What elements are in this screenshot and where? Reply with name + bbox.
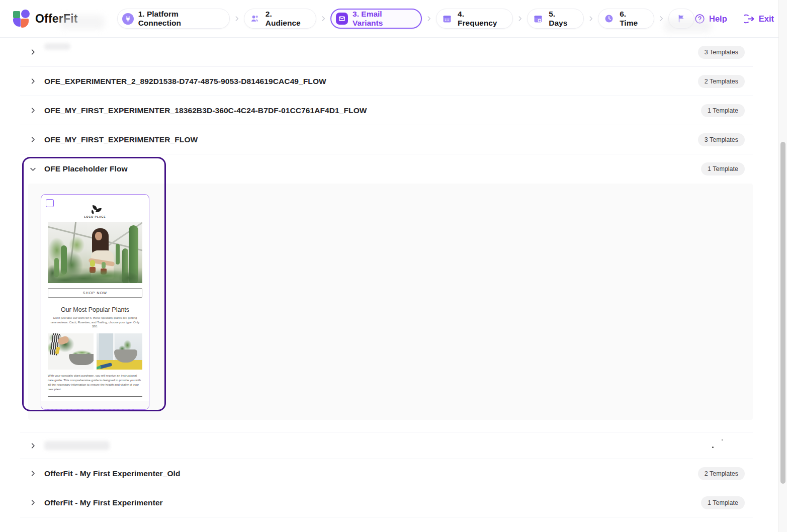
help-label: Help	[709, 14, 727, 24]
chevron-right-icon	[29, 77, 37, 85]
redacted-badge-remnant	[712, 447, 714, 448]
flow-row-redacted[interactable]: 3 Templates	[20, 38, 753, 67]
scrollbar-thumb[interactable]	[780, 142, 785, 484]
logo-purple-quarter	[13, 18, 21, 27]
logo-orange-quarter	[21, 19, 29, 28]
template-divider	[48, 396, 142, 397]
logo-purple-circle	[21, 10, 30, 18]
wizard-stepper: 1. Platform Connection 2. Audience	[117, 9, 694, 29]
template-heading: Our Most Popular Plants	[41, 306, 149, 313]
flow-row-redacted[interactable]	[20, 432, 753, 459]
chevron-right-icon	[29, 499, 37, 507]
template-logo: LOGO PLACE	[41, 205, 149, 218]
chevron-down-icon	[29, 165, 37, 173]
people-icon	[249, 13, 261, 25]
chevron-right-icon	[233, 15, 240, 22]
flow-row[interactable]: OFE_EXPERIMENTER_2_892D1538-D747-4875-90…	[20, 67, 753, 96]
template-count-badge: 2 Templates	[698, 75, 745, 88]
flow-row[interactable]: OFE_MY_FIRST_EXPERIMENTER_FLOW 3 Templat…	[20, 125, 753, 154]
email-template-card[interactable]: LOGO PLACE SHOP NOW Our Most Popular Pla…	[41, 194, 149, 410]
template-count-badge: 2 Templates	[698, 467, 745, 480]
flow-name: OfferFit - My First Experimenter	[44, 498, 163, 507]
step-label: 3. Email Variants	[353, 10, 412, 28]
template-count-badge: 1 Template	[701, 496, 745, 509]
templates-panel: LOGO PLACE SHOP NOW Our Most Popular Pla…	[28, 184, 753, 420]
flow-name: OFE_MY_FIRST_EXPERIMENTER_FLOW	[44, 135, 198, 144]
step-label: 2. Audience	[266, 10, 307, 28]
calendar-icon	[441, 13, 453, 25]
app-root: OfferFit 1. Platform Connection	[0, 0, 787, 532]
step-time[interactable]: 6. Time	[598, 9, 654, 29]
offerfit-logo-mark	[13, 10, 30, 28]
spacer	[20, 420, 753, 432]
flow-name: OFE_EXPERIMENTER_2_892D1538-D747-4875-90…	[44, 77, 326, 86]
flow-row[interactable]: OfferFit - My First Experimenter 1 Templ…	[20, 488, 753, 517]
chevron-right-icon	[29, 107, 37, 115]
redaction-smudge	[59, 15, 105, 29]
redacted-flow-name	[44, 43, 70, 50]
envelope-icon	[336, 13, 348, 25]
logo-green-square	[13, 11, 20, 18]
chevron-right-icon	[29, 136, 37, 144]
exit-label: Exit	[759, 14, 774, 24]
potted-cactus-image	[97, 333, 142, 370]
scrollbar-track[interactable]	[778, 0, 787, 532]
flow-row[interactable]: OFE_MY_FIRST_EXPERIMENTER_18362B3D-360C-…	[20, 96, 753, 125]
flow-row-ofe-placeholder[interactable]: OFE Placeholder Flow 1 Template	[20, 154, 753, 184]
flow-row[interactable]: OfferFit - My First Experimenter_Old 2 T…	[20, 459, 753, 488]
exit-icon	[744, 14, 755, 24]
redaction-smudge	[664, 19, 712, 32]
chevron-right-icon	[425, 15, 432, 22]
template-count-badge: 1 Template	[701, 162, 745, 175]
flow-list: 3 Templates OFE_EXPERIMENTER_2_892D1538-…	[20, 38, 753, 517]
step-frequency[interactable]: 4. Frequency	[436, 9, 513, 29]
step-days[interactable]: 5. Days	[527, 9, 584, 29]
shop-now-button[interactable]: SHOP NOW	[48, 288, 142, 298]
hero-image-greenhouse-woman	[48, 222, 142, 283]
chevron-right-icon	[29, 48, 37, 56]
flow-name: OfferFit - My First Experimenter_Old	[44, 469, 181, 478]
chevron-right-icon	[587, 15, 594, 22]
flow-name: OFE_MY_FIRST_EXPERIMENTER_18362B3D-360C-…	[44, 106, 367, 115]
step-label: 1. Platform Connection	[138, 10, 221, 28]
template-count-badge: 3 Templates	[698, 46, 745, 59]
leaf-logo-icon	[89, 205, 102, 215]
exit-button[interactable]: Exit	[744, 14, 774, 24]
plug-icon	[122, 13, 134, 25]
calendar-search-icon	[532, 13, 544, 25]
template-body-text-1: Don't just take our work for it, these s…	[50, 316, 140, 329]
redacted-badge-remnant	[722, 439, 723, 440]
step-email-variants[interactable]: 3. Email Variants	[330, 9, 422, 29]
step-label: 4. Frequency	[458, 10, 504, 28]
template-checkbox[interactable]	[46, 199, 54, 207]
chevron-right-icon	[658, 15, 665, 22]
template-body-text-2: With your specialty plant purchase, you …	[48, 374, 142, 392]
chevron-right-icon	[516, 15, 523, 22]
logo-place-text: LOGO PLACE	[41, 215, 149, 218]
clock-icon	[603, 13, 615, 25]
template-count-badge: 1 Template	[701, 104, 745, 117]
template-image-row	[48, 333, 142, 370]
step-label: 6. Time	[620, 10, 645, 28]
template-dates: 2024-01-26 13:44 2024-01-...	[41, 401, 149, 410]
step-platform-connection[interactable]: 1. Platform Connection	[117, 9, 230, 29]
chevron-right-icon	[320, 15, 327, 22]
chevron-right-icon	[29, 441, 37, 450]
step-label: 5. Days	[549, 10, 575, 28]
redacted-flow-name	[44, 441, 110, 450]
step-audience[interactable]: 2. Audience	[244, 9, 316, 29]
template-count-badge: 3 Templates	[698, 133, 745, 146]
top-navigation-bar: OfferFit 1. Platform Connection	[0, 0, 787, 38]
succulent-arrangement-image	[48, 333, 94, 370]
chevron-right-icon	[29, 470, 37, 478]
flow-name: OFE Placeholder Flow	[44, 164, 128, 173]
